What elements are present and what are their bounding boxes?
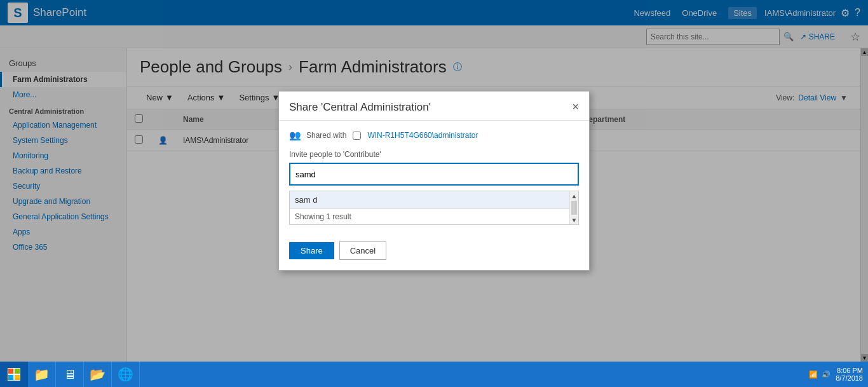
shared-with-row: 👥 Shared with WIN-R1H5T4G660\administrat… [289,130,579,141]
taskbar-app-terminal[interactable]: 🖥 [56,362,84,387]
dropdown-result: Showing 1 result [290,209,578,224]
share-button[interactable]: Share [289,242,334,259]
modal-close-button[interactable]: × [572,100,579,114]
dropdown-scroll-thumb [571,201,577,215]
taskbar: 📁 🖥 📂 🌐 📶 🔊 8:06 PM 8/7/2018 [0,362,868,387]
taskbar-time: 8:06 PM 8/7/2018 [836,367,863,382]
share-modal: Share 'Central Administration' × 👥 Share… [278,91,590,271]
network-icon: 📶 [809,370,818,379]
taskbar-app-files[interactable]: 📂 [84,362,112,387]
modal-title: Share 'Central Administration' [289,101,431,114]
explorer-icon: 📁 [34,367,50,382]
taskbar-sys-icons: 📶 🔊 [809,370,831,379]
svg-rect-1 [15,369,20,374]
taskbar-app-browser[interactable]: 🌐 [112,362,140,387]
taskbar-right: 📶 🔊 8:06 PM 8/7/2018 [809,367,868,382]
dropdown-scroll-up[interactable]: ▲ [570,191,578,200]
modal-header: Share 'Central Administration' × [279,92,589,121]
volume-icon: 🔊 [822,370,831,379]
dropdown-scrollbar[interactable]: ▲ ▼ [569,191,578,224]
shared-with-label: Shared with [306,131,346,140]
shared-with-checkbox[interactable] [353,132,361,140]
svg-rect-2 [8,375,13,380]
files-icon: 📂 [90,367,105,382]
cancel-button[interactable]: Cancel [339,241,386,260]
invite-input[interactable] [289,163,579,186]
svg-rect-3 [15,375,20,380]
taskbar-start-button[interactable] [0,362,28,387]
modal-footer: Share Cancel [279,241,589,270]
taskbar-apps: 📁 🖥 📂 🌐 [28,362,140,387]
browser-icon: 🌐 [118,367,133,382]
svg-rect-0 [8,369,13,374]
date-display: 8/7/2018 [836,374,863,382]
invite-label: Invite people to 'Contribute' [289,150,579,159]
terminal-icon: 🖥 [64,367,76,382]
time-display: 8:06 PM [836,367,863,374]
modal-overlay: Share 'Central Administration' × 👥 Share… [0,0,868,362]
invite-dropdown: sam d Showing 1 result ▲ ▼ [289,191,579,225]
dropdown-item-samd[interactable]: sam d [290,191,578,209]
modal-body: 👥 Shared with WIN-R1H5T4G660\administrat… [279,121,589,241]
taskbar-app-explorer[interactable]: 📁 [28,362,56,387]
shared-with-user[interactable]: WIN-R1H5T4G660\administrator [367,131,478,140]
windows-icon [8,368,20,381]
dropdown-scroll-down[interactable]: ▼ [570,215,578,224]
people-icon: 👥 [289,130,301,141]
